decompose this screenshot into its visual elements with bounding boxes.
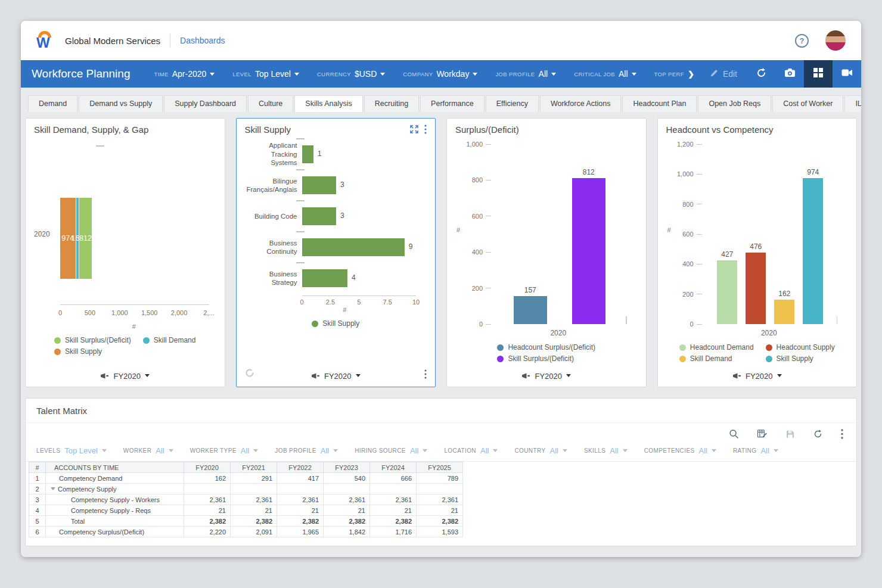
help-icon[interactable]: [795, 34, 809, 48]
bar-segment-skill-demand[interactable]: 162: [76, 198, 79, 279]
tab-workforce-actions[interactable]: Workforce Actions: [540, 95, 622, 112]
bar-value-label: 812: [583, 168, 595, 176]
tab-recruiting[interactable]: Recruiting: [364, 95, 419, 112]
bar-headcount-demand[interactable]: 427: [717, 260, 737, 324]
legend-item-skill-demand[interactable]: Skill Demand: [679, 354, 754, 363]
chart-period-selector[interactable]: FY2020: [245, 368, 427, 382]
chart-panel-header: Headcount vs Competency: [666, 125, 849, 137]
tab-efficiency[interactable]: Efficiency: [486, 95, 539, 112]
legend-item-skill-supply[interactable]: Skill Supply: [766, 354, 835, 363]
topbar-divider: [170, 34, 170, 47]
legend-item-headcount-supply[interactable]: Headcount Supply: [766, 343, 835, 351]
matrix-filter-worker-type[interactable]: WORKER TYPEAll: [190, 446, 259, 455]
matrix-filter-rating[interactable]: RATINGAll: [733, 446, 778, 455]
refresh-table-icon[interactable]: [813, 429, 823, 439]
tab-cost-of-worker[interactable]: Cost of Worker: [772, 95, 843, 112]
legend-item-skill-surplus-deficit[interactable]: Skill Surplus/(Deficit): [497, 354, 595, 363]
chart-title: Headcount vs Competency: [666, 125, 774, 135]
bar-segment-skill-surplus-deficit[interactable]: 812: [79, 198, 92, 279]
bar-building-code[interactable]: [302, 207, 336, 225]
chart-panel-surplus-deficit: Surplus/(Deficit)#02004006008001,0001578…: [446, 118, 647, 387]
bar-value-label: 3: [340, 181, 344, 189]
tab-supply-dashboard[interactable]: Supply Dashboard: [164, 95, 247, 112]
pin-icon: [521, 372, 530, 381]
bar-skill-surplus-deficit[interactable]: 812: [572, 178, 605, 324]
tab-skills-analysis[interactable]: Skills Analysis: [294, 95, 363, 112]
legend-item-headcount-demand[interactable]: Headcount Demand: [679, 343, 754, 351]
kebab-menu-icon[interactable]: [841, 429, 843, 439]
edit-grid-icon[interactable]: [757, 429, 768, 439]
collapse-triangle-icon[interactable]: [51, 487, 55, 493]
bar-skill-supply[interactable]: 974: [803, 178, 823, 324]
legend-label: Skill Demand: [154, 336, 196, 344]
matrix-filter-levels[interactable]: LEVELSTop Level: [36, 446, 107, 455]
y-tick-label: 1,000: [466, 141, 483, 148]
row-number: 4: [29, 505, 46, 516]
screenshot-button[interactable]: [775, 60, 804, 88]
tab-demand-vs-supply[interactable]: Demand vs Supply: [79, 95, 163, 112]
matrix-filter-competencies[interactable]: COMPETENCIESAll: [644, 446, 716, 455]
axis-tick-mark: [96, 145, 104, 147]
search-icon[interactable]: [729, 429, 739, 439]
header-filter-time[interactable]: TIMEApr-2020: [154, 69, 215, 79]
bar-headcount-surplus-deficit[interactable]: 157: [514, 296, 547, 324]
workday-logo-icon[interactable]: W: [34, 29, 55, 52]
value-cell: 2,382: [277, 516, 324, 527]
talent-matrix-table: #ACCOUNTS BY TIMEFY2020FY2021FY2022FY202…: [29, 462, 463, 537]
bar-skill-demand[interactable]: 162: [774, 300, 794, 324]
tab-culture[interactable]: Culture: [248, 95, 293, 112]
bar-business-continuity[interactable]: [302, 238, 405, 256]
header-filter-currency[interactable]: CURRENCY$USD: [317, 69, 385, 79]
legend-item-headcount-surplus-deficit[interactable]: Headcount Surplus/(Deficit): [497, 343, 595, 351]
table-row: 1Competency Demand162291417540666789: [29, 473, 463, 484]
legend-item-skill-supply[interactable]: Skill Supply: [312, 319, 359, 328]
tab-open-job-reqs[interactable]: Open Job Reqs: [698, 95, 771, 112]
tab-headcount-plan[interactable]: Headcount Plan: [622, 95, 697, 112]
matrix-filter-worker[interactable]: WORKERAll: [123, 446, 173, 455]
edit-button[interactable]: Edit: [700, 60, 747, 88]
x-category-label: 2020: [479, 329, 638, 337]
header-filter-top-perf[interactable]: TOP PERF❯: [654, 70, 694, 79]
matrix-filter-skills[interactable]: SKILLSAll: [584, 446, 628, 455]
y-tick-label: 800: [472, 176, 483, 183]
header-filter-job-profile[interactable]: JOB PROFILEAll: [495, 69, 556, 79]
refresh-button[interactable]: [747, 60, 775, 88]
chart-period-selector[interactable]: FY2020: [455, 368, 638, 382]
matrix-filter-hiring-source[interactable]: HIRING SOURCEAll: [355, 446, 427, 455]
kebab-menu-icon[interactable]: [424, 125, 427, 136]
bar-business-strategy[interactable]: [302, 269, 348, 287]
matrix-filter-country[interactable]: COUNTRYAll: [514, 446, 567, 455]
account-label: Competency Supply: [46, 484, 184, 494]
avatar[interactable]: [825, 30, 846, 51]
x-tick-label: 5: [357, 298, 361, 306]
matrix-filter-job-profile[interactable]: JOB PROFILEAll: [275, 446, 338, 455]
y-tick-mark: [486, 324, 491, 325]
grid-view-button[interactable]: [804, 60, 833, 88]
bar-headcount-supply[interactable]: 476: [746, 253, 766, 324]
vertical-bar-chart: #02004006008001,000157812: [455, 141, 638, 326]
tab-demand[interactable]: Demand: [28, 95, 77, 112]
header-filter-level[interactable]: LEVELTop Level: [232, 69, 299, 79]
chevron-down-icon: [623, 449, 628, 455]
legend-item-skill-supply[interactable]: Skill Supply: [54, 347, 131, 356]
chart-period-selector[interactable]: FY2020: [34, 368, 216, 382]
matrix-filter-location[interactable]: LOCATIONAll: [444, 446, 498, 455]
chart-period-selector[interactable]: FY2020: [666, 368, 849, 382]
bar-bilingue-fran-ais-anglais[interactable]: [302, 176, 336, 194]
save-icon[interactable]: [785, 430, 795, 439]
expand-icon[interactable]: [410, 125, 418, 136]
bar-applicant-tracking-systems[interactable]: [302, 145, 313, 163]
chevron-down-icon: [210, 73, 215, 78]
present-button[interactable]: [833, 60, 861, 88]
legend-item-skill-surplus-deficit[interactable]: Skill Surplus/(Deficit): [54, 336, 131, 344]
header-filter-company[interactable]: COMPANYWorkday: [403, 69, 477, 79]
legend-item-skill-demand[interactable]: Skill Demand: [143, 336, 196, 344]
tab-ilm-map[interactable]: ILM Map: [844, 95, 861, 112]
matrix-filter-value: All: [156, 446, 164, 455]
bar-category-label: Building Code: [245, 212, 302, 220]
dashboards-link[interactable]: Dashboards: [180, 36, 225, 45]
header-filter-critical-job[interactable]: CRITICAL JOBAll: [574, 69, 636, 79]
kebab-menu-icon[interactable]: [424, 369, 427, 381]
tab-performance[interactable]: Performance: [420, 95, 485, 112]
matrix-filter-label: COMPETENCIES: [644, 447, 695, 454]
